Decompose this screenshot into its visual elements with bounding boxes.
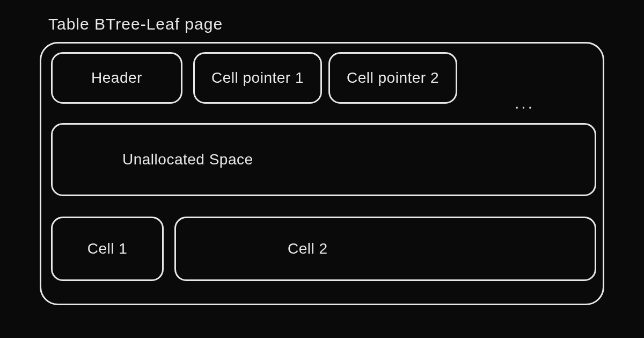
cell-pointer-1-box: Cell pointer 1 <box>193 52 322 104</box>
cell-pointer-2-label: Cell pointer 2 <box>347 69 439 87</box>
unallocated-space-box: Unallocated Space <box>51 123 596 196</box>
cell-2-label: Cell 2 <box>288 240 328 257</box>
ellipsis-icon: ... <box>515 94 535 112</box>
cell-pointer-1-label: Cell pointer 1 <box>211 69 304 87</box>
cell-1-label: Cell 1 <box>87 240 128 257</box>
header-label: Header <box>91 69 142 87</box>
unallocated-space-label: Unallocated Space <box>122 151 253 168</box>
diagram-title: Table BTree-Leaf page <box>48 15 223 33</box>
cell-pointer-2-box: Cell pointer 2 <box>328 52 457 104</box>
diagram-canvas: Table BTree-Leaf page Header Cell pointe… <box>0 0 644 338</box>
cell-1-box: Cell 1 <box>51 217 164 281</box>
header-box: Header <box>51 52 182 104</box>
cell-2-box: Cell 2 <box>174 217 596 281</box>
page-container: Header Cell pointer 1 Cell pointer 2 ...… <box>40 42 604 305</box>
